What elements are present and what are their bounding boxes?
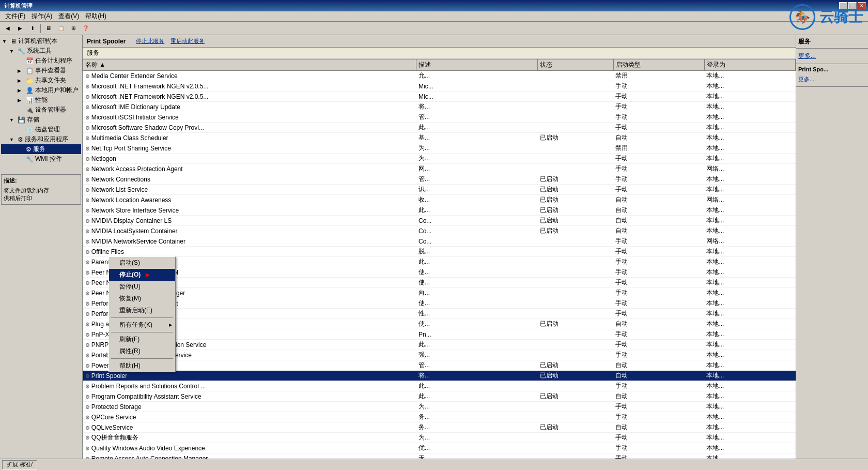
- table-row[interactable]: ⚙ Microsoft .NET Framework NGEN v2.0.5..…: [83, 81, 796, 92]
- service-startup-cell: 自动: [613, 133, 704, 143]
- table-row[interactable]: ⚙ Net.Tcp Port Sharing Service为...禁用本地..…: [83, 143, 796, 154]
- table-row[interactable]: ⚙ Peer Networking Identity Manager向...手动…: [83, 288, 796, 298]
- tree-performance[interactable]: ▶ 📊 性能: [1, 95, 81, 105]
- tree-local-users[interactable]: ▶ 👤 本地用户和帐户: [1, 85, 81, 95]
- tree-disk-management[interactable]: 💿 磁盘管理: [1, 125, 81, 134]
- col-desc[interactable]: 描述: [416, 59, 538, 71]
- service-desc-cell: 允...: [416, 71, 538, 81]
- tree-services-apps[interactable]: ▼ ⚙ 服务和应用程序: [1, 134, 81, 144]
- table-row[interactable]: ⚙ Power管...已启动自动本地...: [83, 360, 796, 371]
- services-scroll-area[interactable]: 名称 ▲ 描述 状态 启动类型 登录为 ⚙ Media Center Exten…: [83, 59, 796, 459]
- service-startup-cell: 手动: [613, 236, 704, 247]
- table-row[interactable]: ⚙ Microsoft iSCSI Initiator Service管...手…: [83, 112, 796, 123]
- forward-button[interactable]: ▶: [14, 23, 26, 34]
- service-name-cell: ⚙ QQ拼音音频服务: [83, 433, 416, 443]
- service-desc-cell: 管...: [416, 174, 538, 185]
- up-button[interactable]: ⬆: [27, 23, 38, 34]
- tree-device-manager[interactable]: 🔌 设备管理器: [1, 105, 81, 115]
- table-row[interactable]: ⚙ NVIDIA NetworkService ContainerCo...手动…: [83, 236, 796, 247]
- properties-button[interactable]: ⊞: [68, 23, 79, 34]
- ctx-all-tasks[interactable]: 所有任务(K) ▶: [109, 319, 175, 331]
- tree-task-scheduler[interactable]: 📅 任务计划程序: [1, 56, 81, 66]
- table-row[interactable]: ⚙ Performance Counter DLL Host使...手动本地..…: [83, 298, 796, 309]
- service-status-cell: [538, 329, 614, 340]
- table-row[interactable]: ⚙ Network Store Interface Service此...已启动…: [83, 205, 796, 216]
- tree-event-viewer[interactable]: ▶ 📋 事件查看器: [1, 66, 81, 75]
- tree-storage[interactable]: ▼ 💾 存储: [1, 115, 81, 125]
- table-row[interactable]: ⚙ Offline Files脱...手动本地...: [83, 247, 796, 257]
- col-status[interactable]: 状态: [538, 59, 614, 71]
- table-row[interactable]: ⚙ Microsoft .NET Framework NGEN v2.0.5..…: [83, 92, 796, 102]
- more-link-1[interactable]: 更多...: [798, 51, 866, 62]
- table-row[interactable]: ⚙ PNRP Machine Name Publication Service此…: [83, 340, 796, 350]
- folder-button[interactable]: 📋: [55, 23, 67, 34]
- service-login-cell: 本地...: [704, 453, 795, 459]
- menu-view[interactable]: 查看(V): [55, 11, 82, 22]
- more-link-2[interactable]: 更多...: [798, 74, 866, 84]
- back-button[interactable]: ◀: [2, 23, 13, 34]
- table-row[interactable]: ⚙ Peer Name Resolution Protocol使...手动本地.…: [83, 267, 796, 278]
- table-row[interactable]: ⚙ Protected Storage为...手动本地...: [83, 402, 796, 412]
- table-row[interactable]: ⚙ Netlogon为...手动本地...: [83, 154, 796, 164]
- menu-file[interactable]: 文件(F): [2, 11, 28, 22]
- table-row[interactable]: ⚙ Print Spooler将...已启动自动本地...: [83, 371, 796, 381]
- ctx-stop[interactable]: 停止(O) ➤: [109, 269, 175, 281]
- table-row[interactable]: ⚙ Network Location Awareness收...已启动自动网络.…: [83, 195, 796, 205]
- menu-action[interactable]: 操作(A): [28, 11, 55, 22]
- tree-services[interactable]: ⚙ 服务: [1, 144, 81, 154]
- table-row[interactable]: ⚙ QQ拼音音频服务为...手动本地...: [83, 433, 796, 443]
- services-table: 名称 ▲ 描述 状态 启动类型 登录为 ⚙ Media Center Exten…: [83, 59, 796, 459]
- stop-service-link[interactable]: 停止此服务: [136, 37, 164, 45]
- table-row[interactable]: ⚙ Network Access Protection Agent网...手动网…: [83, 164, 796, 174]
- ctx-help[interactable]: 帮助(H): [109, 360, 175, 372]
- right-panel-service-name: Print Spo...: [798, 66, 866, 72]
- table-row[interactable]: ⚙ Multimedia Class Scheduler基...已启动自动本地.…: [83, 133, 796, 143]
- table-row[interactable]: ⚙ Microsoft IME Dictionary Update将...手动本…: [83, 102, 796, 112]
- table-row[interactable]: ⚙ NVIDIA LocalSystem ContainerCo...已启动自动…: [83, 226, 796, 236]
- table-row[interactable]: ⚙ Plug and Play使...已启动自动本地...: [83, 319, 796, 329]
- col-name[interactable]: 名称 ▲: [83, 59, 416, 71]
- ctx-pause[interactable]: 暂停(U): [109, 281, 175, 293]
- table-row[interactable]: ⚙ PnP-X IP Bus EnumeratorPn...手动本地...: [83, 329, 796, 340]
- table-row[interactable]: ⚙ Microsoft Software Shadow Copy Provi..…: [83, 123, 796, 133]
- table-row[interactable]: ⚙ Media Center Extender Service允...禁用本地.…: [83, 71, 796, 81]
- ctx-resume[interactable]: 恢复(M): [109, 293, 175, 305]
- ctx-restart[interactable]: 重新启动(E): [109, 305, 175, 316]
- col-login[interactable]: 登录为: [704, 59, 795, 71]
- table-row[interactable]: ⚙ QQLiveService务...已启动自动本地...: [83, 422, 796, 433]
- table-row[interactable]: ⚙ NVIDIA Display Container LSCo...已启动自动本…: [83, 216, 796, 226]
- service-name-cell: ⚙ Microsoft .NET Framework NGEN v2.0.5..…: [83, 92, 416, 102]
- close-button[interactable]: ✕: [858, 2, 866, 9]
- table-row[interactable]: ⚙ Network List Service识...已启动手动本地...: [83, 185, 796, 195]
- table-row[interactable]: ⚙ QPCore Service务...手动本地...: [83, 412, 796, 422]
- service-name-cell: ⚙ Network Location Awareness: [83, 195, 416, 205]
- tree-root[interactable]: ▼ 🖥 计算机管理(本: [1, 36, 81, 46]
- restart-service-link[interactable]: 重启动此服务: [171, 37, 205, 45]
- main-container: ▼ 🖥 计算机管理(本 ▼ 🔧 系统工具 📅 任务计划程序 ▶ 📋 事件查看器 …: [0, 35, 868, 459]
- restore-button[interactable]: □: [848, 2, 857, 9]
- table-row[interactable]: ⚙ Quality Windows Audio Video Experience…: [83, 443, 796, 453]
- ctx-properties[interactable]: 属性(R): [109, 345, 175, 357]
- status-extend[interactable]: 扩展 标准/: [2, 460, 37, 469]
- table-row[interactable]: ⚙ Program Compatibility Assistant Servic…: [83, 391, 796, 402]
- minimize-button[interactable]: —: [839, 2, 847, 9]
- table-row[interactable]: ⚙ Peer Networking Grouping使...手动本地...: [83, 278, 796, 288]
- service-startup-cell: 自动: [613, 319, 704, 329]
- col-startup[interactable]: 启动类型: [613, 59, 704, 71]
- tree-wmi[interactable]: 🔧 WMI 控件: [1, 154, 81, 164]
- ctx-refresh[interactable]: 刷新(F): [109, 333, 175, 345]
- tree-system-tools[interactable]: ▼ 🔧 系统工具: [1, 46, 81, 56]
- tree-shared-folders[interactable]: ▶ 📁 共享文件夹: [1, 75, 81, 85]
- help-button[interactable]: ❓: [80, 23, 91, 34]
- table-row[interactable]: ⚙ Parental Controls此...手动本地...: [83, 257, 796, 267]
- computer-button[interactable]: 🖥: [43, 23, 54, 34]
- table-row[interactable]: ⚙ Performance Logs & Alerts性...手动本地...: [83, 309, 796, 319]
- ctx-start[interactable]: 启动(S): [109, 257, 175, 269]
- table-row[interactable]: ⚙ Problem Reports and Solutions Control …: [83, 381, 796, 391]
- service-login-cell: 本地...: [704, 412, 795, 422]
- service-login-cell: 本地...: [704, 216, 795, 226]
- table-row[interactable]: ⚙ Remote Access Auto Connection Manager无…: [83, 453, 796, 459]
- table-row[interactable]: ⚙ Network Connections管...已启动手动本地...: [83, 174, 796, 185]
- menu-help[interactable]: 帮助(H): [82, 11, 110, 22]
- table-row[interactable]: ⚙ Portable Device Enumerator Service强...…: [83, 350, 796, 360]
